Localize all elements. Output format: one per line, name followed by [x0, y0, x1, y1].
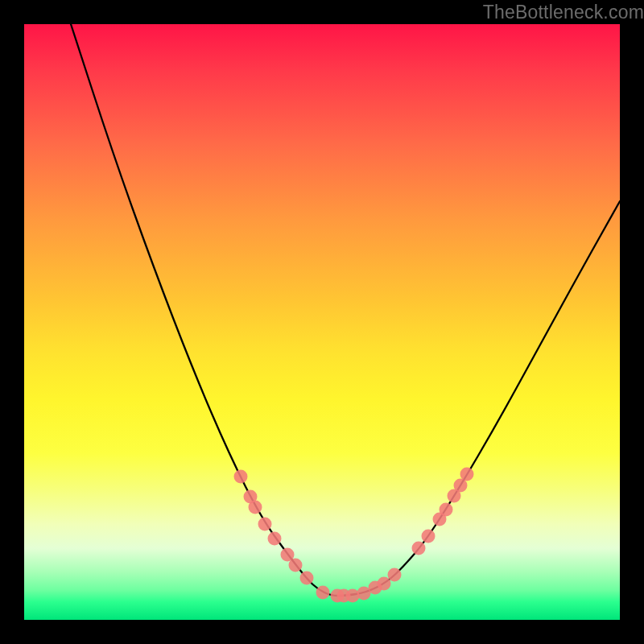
marker-dot: [234, 470, 248, 484]
curve-svg: [24, 24, 620, 620]
data-markers: [234, 468, 474, 603]
marker-dot: [300, 572, 314, 585]
marker-dot: [268, 532, 282, 546]
marker-dot: [388, 568, 402, 582]
marker-dot: [316, 586, 330, 600]
marker-dot: [378, 577, 391, 591]
outer-frame: TheBottleneck.com: [0, 0, 644, 644]
watermark-text: TheBottleneck.com: [483, 2, 644, 23]
marker-dot: [289, 559, 303, 572]
plot-area: [24, 24, 620, 620]
marker-dot: [422, 530, 436, 543]
marker-dot: [249, 501, 262, 514]
marker-dot: [346, 589, 360, 603]
marker-dot: [258, 518, 272, 531]
marker-dot: [412, 542, 426, 555]
bottleneck-curve: [71, 24, 620, 596]
marker-dot: [440, 503, 453, 517]
marker-dot: [460, 468, 474, 481]
